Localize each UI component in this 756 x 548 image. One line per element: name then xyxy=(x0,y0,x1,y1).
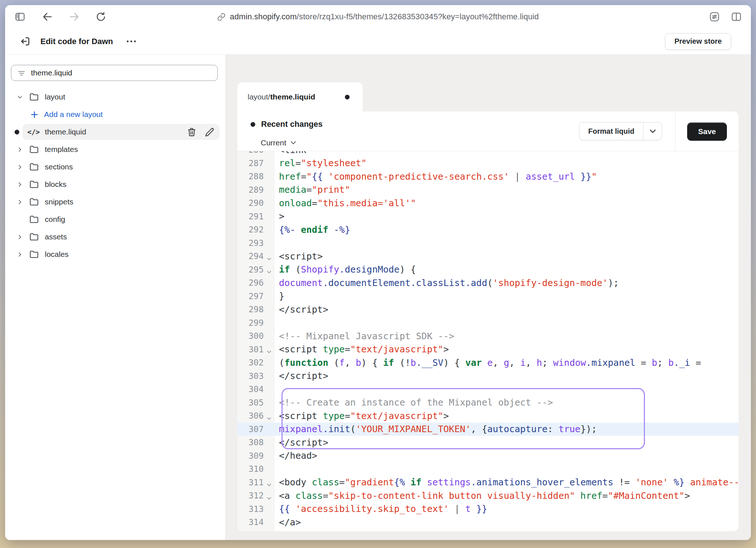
code-line-302[interactable]: 302 (function (f, b) { if (!b.__SV) { va… xyxy=(237,356,739,369)
preview-store-button[interactable]: Preview store xyxy=(665,33,731,50)
version-dropdown[interactable]: Current xyxy=(261,138,296,147)
pencil-icon[interactable] xyxy=(205,127,214,137)
code-text: </a> xyxy=(274,516,739,529)
item-label: sections xyxy=(45,163,73,171)
sidebar-item-snippets[interactable]: snippets xyxy=(5,193,225,211)
fold-chevron-icon[interactable] xyxy=(267,497,271,500)
code-line-304[interactable]: 304 xyxy=(237,383,739,396)
save-zone: Save xyxy=(675,111,739,151)
line-number: 305 xyxy=(237,396,274,410)
code-line-296[interactable]: 296 document.documentElement.classList.a… xyxy=(237,276,739,290)
tab-theme-liquid[interactable]: layout/theme.liquid xyxy=(237,82,363,111)
code-line-298[interactable]: 298 </script> xyxy=(237,303,739,316)
overflow-menu-icon[interactable] xyxy=(127,40,136,42)
code-text: <script type="text/javascript"> xyxy=(274,409,739,423)
item-label: snippets xyxy=(45,197,73,206)
file-search[interactable] xyxy=(11,65,218,81)
code-line-293[interactable]: 293 xyxy=(237,236,739,250)
code-text: mixpanel.init('YOUR_MIXPANEL_TOKEN', {au… xyxy=(274,423,739,436)
trash-icon[interactable] xyxy=(187,127,197,137)
fold-chevron-icon[interactable] xyxy=(267,271,271,274)
sidebar-item-layout[interactable]: layout xyxy=(5,88,225,106)
code-editor[interactable]: 286 <link287 rel="stylesheet"288 href="{… xyxy=(237,151,739,531)
code-line-301[interactable]: 301 <script type="text/javascript"> xyxy=(237,343,739,356)
code-line-303[interactable]: 303 </script> xyxy=(237,369,739,383)
chevron-right-icon[interactable] xyxy=(16,198,23,206)
code-line-312[interactable]: 312 <a class="skip-to-content-link butto… xyxy=(237,489,739,502)
code-line-306[interactable]: 306 <script type="text/javascript"> xyxy=(237,409,739,423)
item-label: Add a new layout xyxy=(44,110,103,119)
code-text: <link xyxy=(274,151,739,157)
page-settings-icon[interactable] xyxy=(709,11,720,23)
chevron-right-icon[interactable] xyxy=(16,181,23,188)
code-line-309[interactable]: 309</head> xyxy=(237,449,739,463)
code-line-311[interactable]: 311<body class="gradient{% if settings.a… xyxy=(237,476,739,489)
sidebar-item-sections[interactable]: sections xyxy=(5,158,225,176)
code-line-305[interactable]: 305 <!-- Create an instance of the Mixpa… xyxy=(237,396,739,410)
code-line-297[interactable]: 297 } xyxy=(237,290,739,303)
sidebar-toggle-icon[interactable] xyxy=(15,11,25,22)
code-line-308[interactable]: 308 </script> xyxy=(237,436,739,449)
sidebar-item-theme-liquid[interactable]: </>theme.liquid xyxy=(5,123,225,141)
sidebar-item-templates[interactable]: templates xyxy=(5,141,225,158)
line-number: 311 xyxy=(237,476,274,489)
sidebar-item-add-new-layout[interactable]: Add a new layout xyxy=(5,106,225,123)
line-number: 297 xyxy=(237,290,274,303)
code-text: if (Shopify.designMode) { xyxy=(274,263,739,277)
sidebar-item-blocks[interactable]: blocks xyxy=(5,176,225,193)
code-line-307[interactable]: 307 mixpanel.init('YOUR_MIXPANEL_TOKEN',… xyxy=(237,423,739,436)
code-line-289[interactable]: 289 media="print" xyxy=(237,183,739,197)
line-number: 304 xyxy=(237,383,274,396)
page-title: Edit code for Dawn xyxy=(40,37,113,46)
chevron-down-icon[interactable] xyxy=(16,93,23,101)
code-file-icon: </> xyxy=(27,128,40,136)
address-bar[interactable]: admin.shopify.com/store/rzq1xu-f5/themes… xyxy=(217,5,539,28)
chevron-right-icon[interactable] xyxy=(16,163,23,171)
line-number: 306 xyxy=(237,409,274,423)
forward-icon[interactable] xyxy=(68,11,80,23)
code-line-291[interactable]: 291 > xyxy=(237,210,739,223)
folder-icon xyxy=(29,197,39,206)
back-icon[interactable] xyxy=(42,11,53,23)
exit-icon[interactable] xyxy=(20,36,31,47)
save-button[interactable]: Save xyxy=(687,122,727,141)
code-line-313[interactable]: 313 {{ 'accessibility.skip_to_text' | t … xyxy=(237,502,739,516)
code-line-286[interactable]: 286 <link xyxy=(237,151,739,157)
fold-chevron-icon[interactable] xyxy=(267,258,271,261)
line-number: 293 xyxy=(237,236,274,250)
code-line-300[interactable]: 300 <!-- Mixpanel Javascript SDK --> xyxy=(237,329,739,343)
fold-chevron-icon[interactable] xyxy=(267,417,271,420)
code-line-294[interactable]: 294 <script> xyxy=(237,250,739,263)
code-line-290[interactable]: 290 onload="this.media='all'" xyxy=(237,196,739,210)
fold-chevron-icon[interactable] xyxy=(267,351,271,353)
sidebar-item-locales[interactable]: locales xyxy=(5,246,225,263)
code-line-287[interactable]: 287 rel="stylesheet" xyxy=(237,157,739,170)
code-line-288[interactable]: 288 href="{{ 'component-predictive-searc… xyxy=(237,170,739,183)
reload-icon[interactable] xyxy=(95,11,106,22)
sidebar-item-config[interactable]: config xyxy=(5,211,225,228)
code-text: </script> xyxy=(274,303,739,316)
chevron-right-icon[interactable] xyxy=(16,146,23,153)
code-line-292[interactable]: 292 {%- endif -%} xyxy=(237,223,739,236)
code-line-295[interactable]: 295 if (Shopify.designMode) { xyxy=(237,263,739,277)
search-input[interactable] xyxy=(30,68,217,78)
code-text: document.documentElement.classList.add('… xyxy=(274,276,739,290)
editor-card: Recent changes Current Format liquid xyxy=(237,111,739,531)
code-line-299[interactable]: 299 xyxy=(237,316,739,330)
editor-toolbar: Recent changes Current Format liquid xyxy=(237,111,739,151)
chevron-right-icon[interactable] xyxy=(16,233,23,240)
code-text: <script> xyxy=(274,250,739,263)
chevron-down-icon[interactable] xyxy=(643,122,662,140)
link-icon xyxy=(217,13,225,21)
filter-icon xyxy=(17,68,26,77)
item-label: templates xyxy=(45,145,78,154)
line-number: 314 xyxy=(237,516,274,529)
fold-chevron-icon[interactable] xyxy=(267,484,271,486)
split-view-icon[interactable] xyxy=(731,11,742,23)
file-tree: layoutAdd a new layout</>theme.liquidtem… xyxy=(5,88,225,263)
code-line-310[interactable]: 310 xyxy=(237,462,739,476)
sidebar-item-assets[interactable]: assets xyxy=(5,228,225,246)
code-line-314[interactable]: 314 </a> xyxy=(237,516,739,529)
format-liquid-button[interactable]: Format liquid xyxy=(579,122,662,140)
chevron-right-icon[interactable] xyxy=(16,251,23,258)
